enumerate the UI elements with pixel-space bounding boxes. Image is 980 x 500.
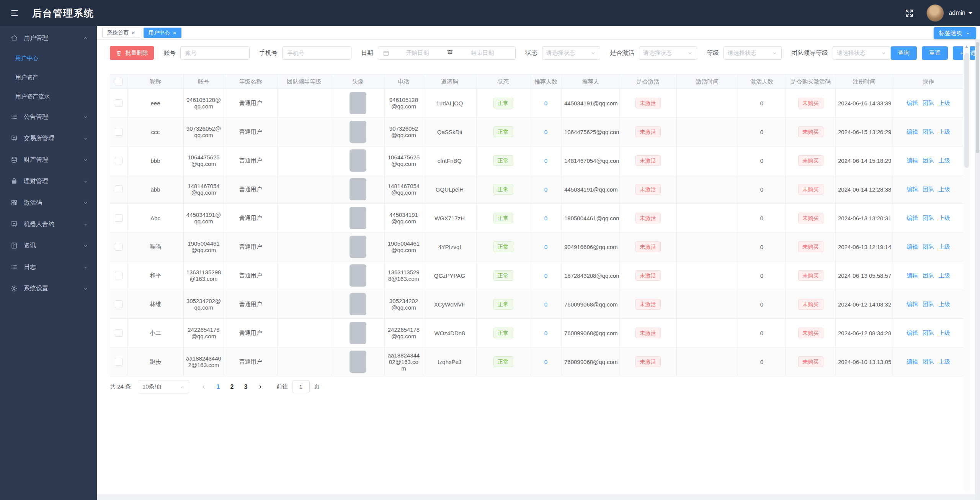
sidebar-item-0[interactable]: 用户管理 [0,27,97,49]
activate-time-cell [677,175,738,204]
action-team-link[interactable]: 团队 [923,128,934,135]
sidebar-item-9[interactable]: 系统设置 [0,278,97,299]
sidebar-item-1[interactable]: 公告管理 [0,106,97,128]
referral-count-link[interactable]: 0 [544,301,547,308]
action-superior-link[interactable]: 上级 [939,157,950,164]
page-number-1[interactable]: 1 [211,384,225,390]
sidebar-subitem-0-1[interactable]: 用户资产 [0,68,97,87]
reset-button[interactable]: 重置 [922,46,948,60]
action-team-link[interactable]: 团队 [923,301,934,307]
activate-time-cell [677,261,738,290]
prev-page-icon[interactable] [201,384,207,390]
sidebar-item-3[interactable]: 财产管理 [0,149,97,170]
row-checkbox[interactable] [115,272,122,279]
query-button[interactable]: 查询 [891,46,917,60]
row-checkbox[interactable] [115,329,122,337]
action-superior-link[interactable]: 上级 [939,186,950,192]
scrollbar-thumb[interactable] [964,53,969,168]
page-number-3[interactable]: 3 [239,384,253,390]
filter-select-3[interactable]: 请选择状态 [542,46,600,60]
tab-1[interactable]: 用户中心× [144,28,181,38]
sidebar-item-7[interactable]: 资讯 [0,235,97,256]
filter-select-4[interactable]: 请选择状态 [639,46,697,60]
referral-count-link[interactable]: 0 [544,330,547,336]
action-team-link[interactable]: 团队 [923,243,934,250]
action-superior-link[interactable]: 上级 [939,330,950,336]
sidebar-item-5[interactable]: 激活码 [0,192,97,213]
action-superior-link[interactable]: 上级 [939,100,950,106]
sidebar-subitem-0-0[interactable]: 用户中心 [0,49,97,68]
scroll-up-icon[interactable]: ▲ [963,43,970,50]
tag-options-button[interactable]: 标签选项 [934,27,976,39]
sidebar-item-8[interactable]: 日志 [0,256,97,278]
scrollbar-thumb[interactable] [976,42,979,153]
referral-count-link[interactable]: 0 [544,359,547,365]
action-edit-link[interactable]: 编辑 [906,301,918,307]
action-team-link[interactable]: 团队 [923,157,934,164]
action-superior-link[interactable]: 上级 [939,215,950,221]
row-checkbox[interactable] [115,128,122,136]
action-edit-link[interactable]: 编辑 [906,128,918,135]
content-scrollbar[interactable]: ▲ [963,43,970,491]
sidebar-item-6[interactable]: 机器人合约 [0,213,97,235]
row-checkbox[interactable] [115,243,122,251]
action-edit-link[interactable]: 编辑 [906,358,918,365]
select-all-checkbox[interactable] [115,78,122,85]
action-superior-link[interactable]: 上级 [939,272,950,279]
row-checkbox[interactable] [115,185,122,193]
referral-count-link[interactable]: 0 [544,157,547,164]
referral-count-link[interactable]: 0 [544,215,547,221]
referral-count-link[interactable]: 0 [544,272,547,279]
action-edit-link[interactable]: 编辑 [906,157,918,164]
action-edit-link[interactable]: 编辑 [906,243,918,250]
row-checkbox[interactable] [115,157,122,164]
action-team-link[interactable]: 团队 [923,272,934,279]
filter-input-0[interactable] [180,46,250,60]
referral-count-link[interactable]: 0 [544,244,547,250]
sidebar-subitem-0-2[interactable]: 用户资产流水 [0,87,97,106]
row-checkbox[interactable] [115,358,122,366]
action-superior-link[interactable]: 上级 [939,358,950,365]
action-edit-link[interactable]: 编辑 [906,330,918,336]
action-edit-link[interactable]: 编辑 [906,272,918,279]
referral-count-link[interactable]: 0 [544,129,547,135]
tab-0[interactable]: 系统首页× [102,28,140,38]
action-team-link[interactable]: 团队 [923,215,934,221]
goto-page-input[interactable] [292,380,310,393]
row-checkbox[interactable] [115,99,122,107]
row-checkbox[interactable] [115,214,122,222]
row-checkbox[interactable] [115,300,122,308]
referral-count-link[interactable]: 0 [544,186,547,193]
username[interactable]: admin [949,10,965,16]
next-page-icon[interactable] [257,384,263,390]
action-edit-link[interactable]: 编辑 [906,215,918,221]
page-size-select[interactable]: 10条/页 [138,380,189,393]
filter-input-1[interactable] [282,46,351,60]
action-superior-link[interactable]: 上级 [939,301,950,307]
page-number-2[interactable]: 2 [225,384,239,390]
filter-select-5[interactable]: 请选择状态 [724,46,782,60]
date-range-picker[interactable]: 开始日期至结束日期 [378,46,516,60]
action-team-link[interactable]: 团队 [923,100,934,106]
action-team-link[interactable]: 团队 [923,186,934,192]
filter-select-6[interactable]: 请选择状态 [833,46,891,60]
collapse-menu-icon[interactable] [9,8,20,18]
sidebar-item-2[interactable]: 交易所管理 [0,128,97,149]
user-avatar[interactable] [926,4,944,22]
action-edit-link[interactable]: 编辑 [906,186,918,192]
sidebar-item-4[interactable]: 理财管理 [0,170,97,192]
batch-delete-button[interactable]: 批量删除 [110,46,154,60]
nickname-cell: eee [127,89,184,118]
action-team-link[interactable]: 团队 [923,358,934,365]
action-superior-link[interactable]: 上级 [939,128,950,135]
action-superior-link[interactable]: 上级 [939,243,950,250]
close-icon[interactable]: × [173,30,176,36]
action-edit-link[interactable]: 编辑 [906,100,918,106]
window-scrollbar[interactable] [975,40,980,500]
close-icon[interactable]: × [132,30,135,36]
referral-count-link[interactable]: 0 [544,100,547,107]
action-team-link[interactable]: 团队 [923,330,934,336]
fullscreen-icon[interactable] [905,8,914,18]
table-row: 小二2422654178@qq.com普通用户2422654178@qq.com… [110,319,964,348]
invite-code-cell: 4YPfzvqI [423,233,477,261]
